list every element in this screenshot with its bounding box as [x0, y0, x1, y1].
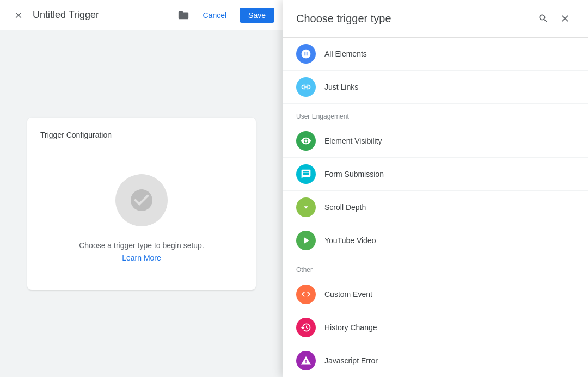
- folder-icon[interactable]: [177, 9, 189, 21]
- placeholder-area: Choose a trigger type to begin setup. Le…: [40, 157, 243, 277]
- scroll-depth-label: Scroll Depth: [324, 203, 366, 212]
- page-title: Untitled Trigger: [33, 9, 173, 21]
- list-item-javascript-error[interactable]: Javascript Error: [283, 344, 588, 377]
- panel-list: All Elements Just Links User Engagement …: [283, 38, 588, 377]
- right-panel: Choose trigger type All Elements Just Li…: [283, 0, 588, 377]
- placeholder-icon: [128, 187, 155, 213]
- panel-header: Choose trigger type: [283, 0, 588, 38]
- close-button[interactable]: [9, 5, 28, 25]
- history-change-icon: [296, 318, 316, 337]
- content-area: Trigger Configuration Choose a trigger t…: [0, 30, 283, 377]
- top-bar-actions: Cancel Save: [194, 8, 274, 23]
- javascript-error-icon: [296, 351, 316, 370]
- cancel-button[interactable]: Cancel: [194, 8, 235, 23]
- placeholder-circle: [115, 174, 168, 226]
- placeholder-text: Choose a trigger type to begin setup. Le…: [79, 239, 204, 264]
- list-item-scroll-depth[interactable]: Scroll Depth: [283, 191, 588, 224]
- panel-title: Choose trigger type: [296, 13, 391, 25]
- list-item-youtube-video[interactable]: YouTube Video: [283, 224, 588, 257]
- javascript-error-label: Javascript Error: [324, 356, 378, 365]
- list-item-just-links[interactable]: Just Links: [283, 71, 588, 104]
- all-elements-label: All Elements: [324, 50, 367, 58]
- user-engagement-label: User Engagement: [283, 104, 588, 125]
- save-button[interactable]: Save: [240, 8, 274, 23]
- just-links-icon: [296, 77, 316, 97]
- element-visibility-icon: [296, 131, 316, 151]
- list-item-all-elements[interactable]: All Elements: [283, 38, 588, 71]
- list-item-element-visibility[interactable]: Element Visibility: [283, 125, 588, 158]
- scroll-depth-icon: [296, 197, 316, 217]
- trigger-card: Trigger Configuration Choose a trigger t…: [27, 118, 256, 290]
- list-item-history-change[interactable]: History Change: [283, 311, 588, 344]
- custom-event-icon: [296, 285, 316, 304]
- custom-event-label: Custom Event: [324, 290, 372, 299]
- top-bar: Untitled Trigger Cancel Save: [0, 0, 283, 30]
- form-submission-icon: [296, 164, 316, 184]
- list-item-form-submission[interactable]: Form Submission: [283, 158, 588, 191]
- learn-more-link[interactable]: Learn More: [122, 254, 161, 262]
- close-panel-button[interactable]: [555, 9, 575, 28]
- list-item-custom-event[interactable]: Custom Event: [283, 278, 588, 311]
- history-change-label: History Change: [324, 323, 377, 332]
- other-label: Other: [283, 257, 588, 278]
- card-title: Trigger Configuration: [40, 131, 243, 139]
- youtube-video-icon: [296, 231, 316, 250]
- left-panel: Untitled Trigger Cancel Save Trigger Con…: [0, 0, 283, 377]
- form-submission-label: Form Submission: [324, 170, 384, 178]
- youtube-video-label: YouTube Video: [324, 236, 376, 245]
- all-elements-icon: [296, 44, 316, 64]
- search-button[interactable]: [534, 9, 553, 28]
- just-links-label: Just Links: [324, 83, 358, 91]
- element-visibility-label: Element Visibility: [324, 137, 382, 145]
